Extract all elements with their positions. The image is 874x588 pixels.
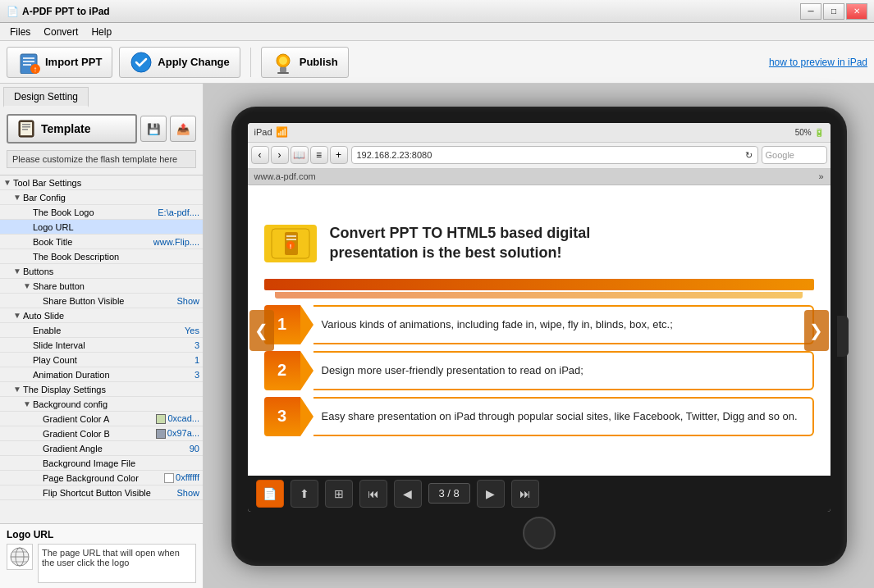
menu-help[interactable]: Help [85,25,118,39]
svg-rect-24 [286,239,296,240]
import-label: Import PPT [45,56,102,68]
design-setting-tab[interactable]: Design Setting [3,87,89,107]
upload-template-button[interactable]: 📤 [170,116,196,142]
template-button[interactable]: Template [7,114,137,144]
menu-convert[interactable]: Convert [37,25,85,39]
expand-icon: ▼ [13,193,23,202]
browser-new-tab-button[interactable]: + [330,146,348,164]
logo-url-title: Logo URL [7,529,196,540]
feature-arrow-1 [300,305,313,344]
tree-bg-config[interactable]: ▼ Background config [0,397,203,412]
restore-button[interactable]: □ [823,3,844,20]
orange-bars [264,279,814,299]
help-preview-link[interactable]: how to preview in iPad [769,57,867,68]
publish-button[interactable]: Publish [261,47,349,78]
template-book-icon [16,119,36,139]
close-button[interactable]: ✕ [846,3,867,20]
tree-gradient-angle[interactable]: Gradient Angle 90 [0,441,203,456]
ipad-side-button[interactable] [837,316,849,357]
first-icon: ⏮ [368,487,379,500]
tree-buttons[interactable]: ▼ Buttons [0,264,203,279]
grid-icon: ⊞ [334,487,344,500]
browser-back-button[interactable]: ‹ [251,146,269,164]
browser-reading-button[interactable]: ≡ [310,146,328,164]
svg-text:!: ! [289,243,291,250]
tree-book-logo[interactable]: The Book Logo E:\a-pdf.... [0,205,203,220]
tree-toolbar-settings[interactable]: ▼ Tool Bar Settings [0,175,203,190]
share-icon: ⬆ [300,487,309,500]
flash-last-button[interactable]: ⏭ [511,480,539,508]
page-bg-color-value: 0xffffff [164,472,199,483]
tree-book-desc[interactable]: The Book Description [0,249,203,264]
save-template-button[interactable]: 💾 [140,116,167,142]
tree-auto-slide[interactable]: ▼ Auto Slide [0,308,203,323]
tree-display-settings[interactable]: ▼ The Display Settings [0,382,203,397]
flip-shortcut-value: Show [176,488,199,498]
minimize-button[interactable]: ─ [800,3,821,20]
flash-next-button[interactable]: ▶ [477,480,505,508]
tree-share-button[interactable]: ▼ Share button [0,279,203,294]
menu-bar: Files Convert Help [0,23,874,41]
animation-duration-label: Animation Duration [33,370,194,380]
slide-prev-button[interactable]: ❮ [249,310,274,351]
save-icon: 💾 [147,123,161,135]
book-title-label: Book Title [33,237,153,247]
tree-gradient-b[interactable]: Gradient Color B 0x97a... [0,426,203,441]
share-visible-value: Show [176,296,199,306]
toolbar: ↑ Import PPT Apply Change Publish how to… [0,41,874,84]
browser-forward-button[interactable]: › [271,146,289,164]
tree-flip-shortcut[interactable]: Flip Shortcut Button Visible Show [0,485,203,500]
flash-grid-button[interactable]: ⊞ [325,480,353,508]
tree-slide-interval[interactable]: Slide Interval 3 [0,338,203,353]
gradient-angle-value: 90 [190,444,199,454]
feature-text-3: Easy share presentation on iPad through … [313,397,814,436]
svg-text:↑: ↑ [34,65,38,74]
browser-bookmark-button[interactable]: 📖 [291,146,309,164]
tree-gradient-a[interactable]: Gradient Color A 0xcad... [0,412,203,426]
address-bar[interactable]: 192.168.2.23:8080 ↻ [351,146,758,164]
left-panel: Design Setting Template 💾 [0,84,204,588]
expand-icon: ▼ [23,281,33,290]
import-ppt-button[interactable]: ↑ Import PPT [7,47,112,78]
bg-config-label: Background config [33,399,199,409]
tree-bar-config[interactable]: ▼ Bar Config [0,190,203,205]
gradient-a-swatch [156,414,166,424]
flash-logo-icon: 📄 [263,487,277,500]
features-list: 1 Various kinds of animations, including… [264,305,814,436]
tree-logo-url[interactable]: Logo URL [0,220,203,235]
flash-logo-button[interactable]: 📄 [256,480,284,508]
logo-url-row: The page URL that will open when the use… [7,544,196,583]
tree-book-title[interactable]: Book Title www.Flip.... [0,235,203,249]
website-bar: www.a-pdf.com » [248,169,831,185]
ipad-home-button[interactable] [523,517,556,549]
svg-point-8 [279,57,287,65]
svg-rect-15 [22,129,28,130]
slide-next-button[interactable]: ❯ [804,310,829,351]
template-label: Template [41,122,90,135]
page-bg-color-label: Page Background Color [43,473,164,483]
logo-url-description: The page URL that will open when the use… [38,544,196,583]
flash-title: Convert PPT TO HTML5 based digitalpresen… [330,224,591,262]
page-indicator: 3 / 8 [428,483,470,504]
tree-animation-duration[interactable]: Animation Duration 3 [0,367,203,382]
tree-page-bg-color[interactable]: Page Background Color 0xffffff [0,471,203,485]
feature-arrow-3 [300,397,313,436]
flash-first-button[interactable]: ⏮ [359,480,387,508]
prev-icon: ◀ [403,487,412,500]
gradient-b-label: Gradient Color B [43,429,156,439]
tree-play-count[interactable]: Play Count 1 [0,353,203,367]
more-button[interactable]: » [818,171,823,181]
tree-share-visible[interactable]: Share Button Visible Show [0,294,203,308]
tree-bg-image[interactable]: Background Image File [0,456,203,471]
flash-share-button[interactable]: ⬆ [291,480,318,508]
expand-icon: ▼ [13,267,23,276]
feature-arrow-2 [300,351,313,390]
tree-enable[interactable]: Enable Yes [0,323,203,338]
app-icon: 📄 [7,6,19,17]
expand-icon: ▼ [23,399,33,408]
search-bar[interactable]: Google [762,146,827,164]
settings-tree[interactable]: ▼ Tool Bar Settings ▼ Bar Config The Boo… [0,175,203,523]
flash-prev-button[interactable]: ◀ [394,480,422,508]
apply-change-button[interactable]: Apply Change [119,47,240,78]
menu-files[interactable]: Files [3,25,37,39]
